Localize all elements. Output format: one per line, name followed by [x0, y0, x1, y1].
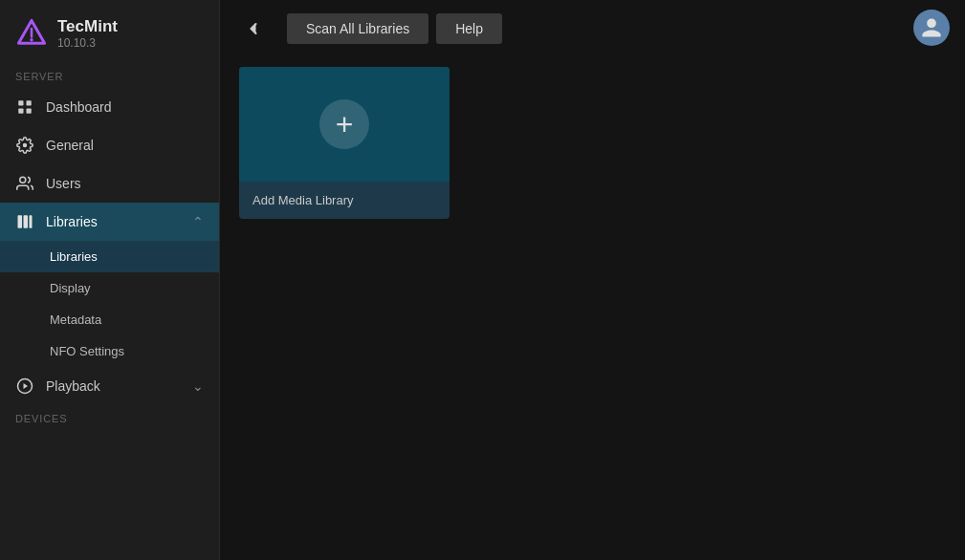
scan-all-libraries-button[interactable]: Scan All Libraries	[287, 13, 428, 44]
libraries-chevron-icon: ⌃	[192, 214, 204, 229]
sidebar: TecMint 10.10.3 Server Dashboard General	[0, 0, 220, 560]
gear-icon	[15, 136, 34, 155]
libraries-icon	[15, 212, 34, 231]
playback-chevron-icon: ⌄	[192, 378, 204, 394]
sidebar-item-general[interactable]: General	[0, 126, 219, 164]
svg-point-2	[30, 38, 33, 41]
app-name: TecMint	[57, 17, 118, 36]
svg-rect-4	[27, 101, 32, 106]
sidebar-item-libraries[interactable]: Libraries ⌃	[0, 203, 219, 241]
dashboard-icon	[15, 97, 34, 117]
add-media-library-card-top: +	[239, 67, 450, 182]
sidebar-item-dashboard[interactable]: Dashboard	[0, 88, 219, 126]
server-section-label: Server	[0, 65, 219, 88]
sidebar-item-general-label: General	[46, 138, 204, 153]
svg-marker-12	[24, 383, 29, 389]
sub-nav-nfo-settings-label: NFO Settings	[50, 344, 124, 358]
svg-rect-9	[24, 216, 29, 229]
top-bar: Scan All Libraries Help	[220, 0, 965, 57]
svg-rect-3	[18, 101, 23, 106]
sub-nav-display-label: Display	[50, 281, 91, 295]
help-button[interactable]: Help	[436, 13, 502, 44]
sidebar-item-users-label: Users	[46, 176, 204, 191]
svg-rect-6	[27, 109, 32, 114]
app-version: 10.10.3	[57, 36, 118, 50]
add-media-library-card[interactable]: + Add Media Library	[239, 67, 450, 219]
sub-nav-libraries[interactable]: Libraries	[0, 241, 219, 272]
profile-button[interactable]	[913, 10, 950, 46]
back-button[interactable]	[239, 14, 268, 43]
play-icon	[15, 377, 34, 396]
logo-text: TecMint 10.10.3	[57, 17, 118, 50]
main-content: Scan All Libraries Help + Add Media Libr…	[220, 0, 965, 560]
sub-nav-display[interactable]: Display	[0, 272, 219, 304]
sidebar-item-dashboard-label: Dashboard	[46, 99, 204, 115]
app-logo: TecMint 10.10.3	[0, 0, 219, 63]
library-grid: + Add Media Library	[220, 57, 965, 228]
sub-nav-libraries-label: Libraries	[50, 249, 98, 264]
libraries-sub-nav: Libraries Display Metadata NFO Settings	[0, 241, 219, 367]
sidebar-item-users[interactable]: Users	[0, 164, 219, 203]
add-media-library-label: Add Media Library	[239, 182, 450, 219]
app-logo-icon	[15, 17, 48, 50]
sub-nav-metadata-label: Metadata	[50, 312, 101, 327]
sidebar-item-libraries-label: Libraries	[46, 214, 181, 229]
svg-point-7	[20, 178, 26, 183]
svg-rect-5	[18, 109, 23, 114]
sidebar-item-playback-label: Playback	[46, 378, 181, 394]
svg-rect-10	[30, 216, 33, 229]
action-buttons: Scan All Libraries Help	[287, 13, 502, 44]
sub-nav-nfo-settings[interactable]: NFO Settings	[0, 335, 219, 367]
sub-nav-metadata[interactable]: Metadata	[0, 304, 219, 335]
svg-rect-8	[18, 216, 23, 229]
sidebar-item-playback[interactable]: Playback ⌄	[0, 367, 219, 405]
add-circle-icon: +	[319, 99, 369, 149]
devices-section-label: Devices	[0, 407, 219, 430]
users-icon	[15, 174, 34, 193]
